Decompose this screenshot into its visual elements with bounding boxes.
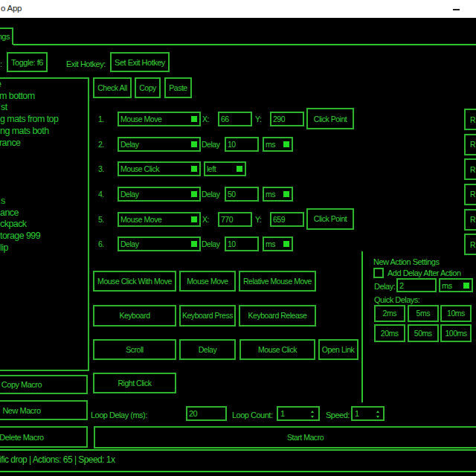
loop-count-spinner[interactable]: 1 xyxy=(277,406,320,421)
quick-delay-50ms-button[interactable]: 50ms xyxy=(408,324,439,342)
click-point-button[interactable]: Click Point xyxy=(306,108,354,129)
macro-list-item[interactable] xyxy=(1,149,88,161)
x-label: X: xyxy=(202,214,209,225)
delay-unit-combo[interactable]: ms xyxy=(263,137,293,152)
new-action-settings-title: New Action Settings xyxy=(373,257,439,267)
window-title: o App xyxy=(1,0,22,18)
add-keyboard-press-button[interactable]: Keyboard Press xyxy=(179,305,236,327)
action-row-index: 4. xyxy=(98,189,104,199)
macro-list-item[interactable]: ckpack xyxy=(0,219,86,231)
macro-list-item[interactable]: torage 999 xyxy=(0,231,86,242)
quick-delay-20ms-button[interactable]: 20ms xyxy=(374,324,406,342)
delay-input-value: 2 xyxy=(399,280,404,291)
action-type-combo[interactable]: Delay xyxy=(118,187,201,202)
macro-list-item[interactable]: lip xyxy=(0,242,86,254)
action-type-value: Mouse Click xyxy=(120,163,159,175)
combo-indicator-icon xyxy=(191,216,197,222)
copy-button[interactable]: Copy xyxy=(135,77,161,98)
quick-delay-2ms-button[interactable]: 2ms xyxy=(374,305,406,322)
action-type-combo[interactable]: Delay xyxy=(118,137,201,152)
add-keyboard-release-button[interactable]: Keyboard Release xyxy=(239,305,316,327)
add-delay-checkbox-label: Add Delay After Action xyxy=(387,268,461,278)
macro-list-item[interactable]: ng mats both xyxy=(0,126,86,138)
delay-value-input[interactable]: 10 xyxy=(225,137,259,152)
tab-settings[interactable]: ngs xyxy=(0,28,13,45)
y-input[interactable]: 290 xyxy=(270,112,304,126)
y-input[interactable]: 659 xyxy=(270,212,304,227)
quick-delay-5ms-button[interactable]: 5ms xyxy=(408,305,439,322)
spinner-up-icon[interactable] xyxy=(311,411,314,413)
x-input[interactable]: 66 xyxy=(218,112,252,126)
exit-hotkey-label: Exit Hotkey: xyxy=(66,59,106,69)
delay-unit-combo[interactable]: ms xyxy=(439,278,473,292)
macro-list-item[interactable]: g mats from top xyxy=(0,114,86,126)
combo-indicator-icon xyxy=(283,191,289,197)
action-row-index: 3. xyxy=(98,164,104,174)
macro-list-item[interactable] xyxy=(1,184,88,196)
x-input[interactable]: 770 xyxy=(218,212,252,227)
combo-indicator-icon xyxy=(191,166,197,172)
toggle-hotkey-button[interactable]: Toggle: f6 xyxy=(7,52,48,72)
add-scroll-button[interactable]: Scroll xyxy=(93,339,176,360)
remove-action-button[interactable]: R xyxy=(464,234,476,255)
action-type-combo[interactable]: Delay xyxy=(118,237,201,251)
delay-input[interactable]: 2 xyxy=(396,278,437,292)
macro-list-item[interactable] xyxy=(1,161,88,173)
remove-action-button[interactable]: R xyxy=(464,158,476,180)
action-type-combo[interactable]: Mouse Move xyxy=(118,112,201,126)
remove-action-button[interactable]: R xyxy=(464,134,476,155)
macro-list-item[interactable] xyxy=(1,173,88,184)
delay-field-label: Delay xyxy=(202,239,219,249)
set-exit-hotkey-button[interactable]: Set Exit Hotkey xyxy=(110,52,170,72)
spinner-up-icon[interactable] xyxy=(376,411,379,413)
loop-delay-input[interactable]: 20 xyxy=(186,406,227,421)
start-macro-button[interactable]: Start Macro xyxy=(94,426,476,448)
add-delay-button[interactable]: Delay xyxy=(179,339,236,360)
spinner-down-icon[interactable] xyxy=(376,416,379,418)
macro-list-item[interactable]: s xyxy=(1,196,87,208)
quick-delay-10ms-button[interactable]: 10ms xyxy=(440,305,472,322)
delay-unit-value: ms xyxy=(266,138,275,150)
add-open-link-button[interactable]: Open Link xyxy=(318,339,358,360)
delay-unit-combo[interactable]: ms xyxy=(263,237,293,251)
mouse-button-combo[interactable]: left xyxy=(204,161,246,176)
tab-strip-line xyxy=(13,44,476,45)
add-right-click-button[interactable]: Right Click xyxy=(93,373,176,393)
new-macro-button[interactable]: New Macro xyxy=(0,400,88,420)
action-type-combo[interactable]: Mouse Move xyxy=(118,212,201,227)
speed-spinner[interactable]: 1 xyxy=(351,406,385,421)
status-bar-text: ific drop | Actions: 65 | Speed: 1x xyxy=(0,454,115,465)
delay-value-input[interactable]: 50 xyxy=(225,187,259,202)
macro-list-item[interactable]: m bottom xyxy=(0,91,86,103)
quick-delay-100ms-button[interactable]: 100ms xyxy=(440,324,472,342)
action-row-index: 6. xyxy=(98,239,104,249)
add-relative-mouse-move-button[interactable]: Relative Mouse Move xyxy=(239,271,316,292)
action-type-combo[interactable]: Mouse Click xyxy=(118,161,201,176)
add-delay-checkbox[interactable] xyxy=(373,268,384,278)
macro-list-item[interactable]: st xyxy=(1,102,87,114)
copy-macro-button[interactable]: Copy Macro xyxy=(0,375,88,394)
spinner-down-icon[interactable] xyxy=(311,416,314,418)
add-mouse-click-with-move-button[interactable]: Mouse Click With Move xyxy=(93,271,176,292)
delay-value: 50 xyxy=(228,188,236,200)
add-mouse-click-button[interactable]: Mouse Click xyxy=(239,339,315,360)
add-keyboard-button[interactable]: Keyboard xyxy=(93,305,176,327)
remove-action-button[interactable]: R xyxy=(464,209,476,231)
delay-unit-combo[interactable]: ms xyxy=(263,187,293,202)
delete-macro-button[interactable]: Delete Macro xyxy=(0,426,88,448)
delay-unit-value: ms xyxy=(266,238,275,250)
paste-button[interactable]: Paste xyxy=(164,77,192,98)
y-value: 659 xyxy=(273,213,285,225)
check-all-button[interactable]: Check All xyxy=(93,77,132,98)
remove-action-button[interactable]: R xyxy=(464,109,476,130)
remove-action-button[interactable]: R xyxy=(464,184,476,205)
macro-list-item[interactable]: rance xyxy=(0,138,86,149)
macro-list-item[interactable]: e xyxy=(0,79,83,91)
delay-value-input[interactable]: 10 xyxy=(225,237,259,251)
add-mouse-move-button[interactable]: Mouse Move xyxy=(179,271,236,292)
macro-list-item[interactable]: ance xyxy=(0,208,86,219)
macro-list[interactable]: em bottomstg mats from topng mats bothra… xyxy=(0,77,89,371)
minimize-icon[interactable] xyxy=(453,9,460,10)
loop-delay-label: Loop Delay (ms): xyxy=(91,410,147,420)
click-point-button[interactable]: Click Point xyxy=(306,208,354,230)
